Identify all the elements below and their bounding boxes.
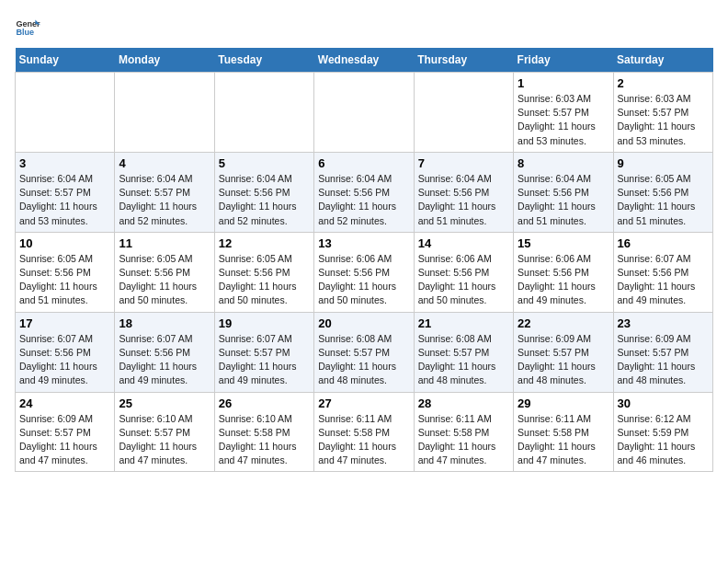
- calendar-cell: 18Sunrise: 6:07 AM Sunset: 5:56 PM Dayli…: [115, 312, 214, 392]
- weekday-header-thursday: Thursday: [414, 48, 513, 73]
- logo-icon: General Blue: [15, 15, 40, 40]
- calendar-week-5: 24Sunrise: 6:09 AM Sunset: 5:57 PM Dayli…: [16, 392, 713, 472]
- day-info: Sunrise: 6:09 AM Sunset: 5:57 PM Dayligh…: [19, 412, 110, 468]
- calendar-week-2: 3Sunrise: 6:04 AM Sunset: 5:57 PM Daylig…: [16, 152, 713, 232]
- day-info: Sunrise: 6:07 AM Sunset: 5:56 PM Dayligh…: [19, 332, 110, 388]
- calendar-cell: 8Sunrise: 6:04 AM Sunset: 5:56 PM Daylig…: [514, 152, 613, 232]
- day-info: Sunrise: 6:04 AM Sunset: 5:56 PM Dayligh…: [518, 172, 609, 228]
- calendar-cell: 25Sunrise: 6:10 AM Sunset: 5:57 PM Dayli…: [115, 392, 214, 472]
- day-info: Sunrise: 6:07 AM Sunset: 5:56 PM Dayligh…: [119, 332, 210, 388]
- calendar-week-3: 10Sunrise: 6:05 AM Sunset: 5:56 PM Dayli…: [16, 232, 713, 312]
- day-info: Sunrise: 6:11 AM Sunset: 5:58 PM Dayligh…: [318, 412, 409, 468]
- calendar-cell: 7Sunrise: 6:04 AM Sunset: 5:56 PM Daylig…: [414, 152, 513, 232]
- calendar-cell: [214, 73, 313, 153]
- day-number: 18: [119, 316, 210, 330]
- day-number: 3: [19, 156, 110, 170]
- day-info: Sunrise: 6:03 AM Sunset: 5:57 PM Dayligh…: [518, 92, 609, 148]
- day-number: 1: [518, 76, 609, 90]
- day-number: 10: [19, 236, 110, 250]
- day-info: Sunrise: 6:03 AM Sunset: 5:57 PM Dayligh…: [618, 92, 709, 148]
- day-info: Sunrise: 6:04 AM Sunset: 5:56 PM Dayligh…: [418, 172, 509, 228]
- weekday-header-saturday: Saturday: [613, 48, 712, 73]
- day-number: 25: [119, 396, 210, 410]
- day-number: 26: [219, 396, 310, 410]
- day-info: Sunrise: 6:04 AM Sunset: 5:56 PM Dayligh…: [318, 172, 409, 228]
- calendar-week-4: 17Sunrise: 6:07 AM Sunset: 5:56 PM Dayli…: [16, 312, 713, 392]
- day-number: 20: [318, 316, 409, 330]
- calendar-cell: 1Sunrise: 6:03 AM Sunset: 5:57 PM Daylig…: [514, 73, 613, 153]
- day-number: 27: [318, 396, 409, 410]
- calendar-cell: 9Sunrise: 6:05 AM Sunset: 5:56 PM Daylig…: [613, 152, 712, 232]
- calendar-table: SundayMondayTuesdayWednesdayThursdayFrid…: [15, 48, 713, 472]
- day-info: Sunrise: 6:07 AM Sunset: 5:56 PM Dayligh…: [618, 252, 709, 308]
- calendar-cell: 2Sunrise: 6:03 AM Sunset: 5:57 PM Daylig…: [613, 73, 712, 153]
- day-info: Sunrise: 6:05 AM Sunset: 5:56 PM Dayligh…: [119, 252, 210, 308]
- day-info: Sunrise: 6:11 AM Sunset: 5:58 PM Dayligh…: [418, 412, 509, 468]
- day-info: Sunrise: 6:06 AM Sunset: 5:56 PM Dayligh…: [418, 252, 509, 308]
- day-number: 6: [318, 156, 409, 170]
- day-number: 14: [418, 236, 509, 250]
- weekday-header-tuesday: Tuesday: [214, 48, 313, 73]
- calendar-cell: 21Sunrise: 6:08 AM Sunset: 5:57 PM Dayli…: [414, 312, 513, 392]
- weekday-header-friday: Friday: [514, 48, 613, 73]
- calendar-cell: 6Sunrise: 6:04 AM Sunset: 5:56 PM Daylig…: [314, 152, 414, 232]
- calendar-cell: 19Sunrise: 6:07 AM Sunset: 5:57 PM Dayli…: [214, 312, 313, 392]
- day-info: Sunrise: 6:06 AM Sunset: 5:56 PM Dayligh…: [318, 252, 409, 308]
- calendar-cell: 5Sunrise: 6:04 AM Sunset: 5:56 PM Daylig…: [214, 152, 313, 232]
- calendar-cell: 26Sunrise: 6:10 AM Sunset: 5:58 PM Dayli…: [214, 392, 313, 472]
- day-number: 19: [219, 316, 310, 330]
- day-info: Sunrise: 6:06 AM Sunset: 5:56 PM Dayligh…: [518, 252, 609, 308]
- day-number: 22: [518, 316, 609, 330]
- day-number: 8: [518, 156, 609, 170]
- calendar-cell: 28Sunrise: 6:11 AM Sunset: 5:58 PM Dayli…: [414, 392, 513, 472]
- day-number: 17: [19, 316, 110, 330]
- calendar-cell: 20Sunrise: 6:08 AM Sunset: 5:57 PM Dayli…: [314, 312, 414, 392]
- calendar-cell: 27Sunrise: 6:11 AM Sunset: 5:58 PM Dayli…: [314, 392, 414, 472]
- calendar-cell: 30Sunrise: 6:12 AM Sunset: 5:59 PM Dayli…: [613, 392, 712, 472]
- day-number: 7: [418, 156, 509, 170]
- day-number: 5: [219, 156, 310, 170]
- calendar-cell: 13Sunrise: 6:06 AM Sunset: 5:56 PM Dayli…: [314, 232, 414, 312]
- day-info: Sunrise: 6:08 AM Sunset: 5:57 PM Dayligh…: [318, 332, 409, 388]
- calendar-cell: 12Sunrise: 6:05 AM Sunset: 5:56 PM Dayli…: [214, 232, 313, 312]
- calendar-cell: 11Sunrise: 6:05 AM Sunset: 5:56 PM Dayli…: [115, 232, 214, 312]
- logo: General Blue: [15, 15, 40, 40]
- day-number: 23: [618, 316, 709, 330]
- day-info: Sunrise: 6:04 AM Sunset: 5:57 PM Dayligh…: [19, 172, 110, 228]
- calendar-cell: 23Sunrise: 6:09 AM Sunset: 5:57 PM Dayli…: [613, 312, 712, 392]
- day-number: 21: [418, 316, 509, 330]
- day-number: 28: [418, 396, 509, 410]
- calendar-week-1: 1Sunrise: 6:03 AM Sunset: 5:57 PM Daylig…: [16, 73, 713, 153]
- day-info: Sunrise: 6:09 AM Sunset: 5:57 PM Dayligh…: [618, 332, 709, 388]
- day-info: Sunrise: 6:10 AM Sunset: 5:57 PM Dayligh…: [119, 412, 210, 468]
- svg-text:Blue: Blue: [16, 28, 34, 37]
- day-number: 13: [318, 236, 409, 250]
- day-number: 16: [618, 236, 709, 250]
- weekday-header-wednesday: Wednesday: [314, 48, 414, 73]
- day-info: Sunrise: 6:04 AM Sunset: 5:56 PM Dayligh…: [219, 172, 310, 228]
- weekday-header-monday: Monday: [115, 48, 214, 73]
- weekday-header-sunday: Sunday: [16, 48, 115, 73]
- calendar-cell: 15Sunrise: 6:06 AM Sunset: 5:56 PM Dayli…: [514, 232, 613, 312]
- calendar-cell: 16Sunrise: 6:07 AM Sunset: 5:56 PM Dayli…: [613, 232, 712, 312]
- day-info: Sunrise: 6:12 AM Sunset: 5:59 PM Dayligh…: [618, 412, 709, 468]
- weekday-header-row: SundayMondayTuesdayWednesdayThursdayFrid…: [16, 48, 713, 73]
- day-info: Sunrise: 6:10 AM Sunset: 5:58 PM Dayligh…: [219, 412, 310, 468]
- day-number: 2: [618, 76, 709, 90]
- day-number: 24: [19, 396, 110, 410]
- day-info: Sunrise: 6:04 AM Sunset: 5:57 PM Dayligh…: [119, 172, 210, 228]
- calendar-cell: 29Sunrise: 6:11 AM Sunset: 5:58 PM Dayli…: [514, 392, 613, 472]
- day-info: Sunrise: 6:05 AM Sunset: 5:56 PM Dayligh…: [19, 252, 110, 308]
- day-info: Sunrise: 6:05 AM Sunset: 5:56 PM Dayligh…: [219, 252, 310, 308]
- day-info: Sunrise: 6:07 AM Sunset: 5:57 PM Dayligh…: [219, 332, 310, 388]
- day-info: Sunrise: 6:09 AM Sunset: 5:57 PM Dayligh…: [518, 332, 609, 388]
- day-info: Sunrise: 6:05 AM Sunset: 5:56 PM Dayligh…: [618, 172, 709, 228]
- calendar-cell: [16, 73, 115, 153]
- day-number: 12: [219, 236, 310, 250]
- calendar-cell: 10Sunrise: 6:05 AM Sunset: 5:56 PM Dayli…: [16, 232, 115, 312]
- day-number: 11: [119, 236, 210, 250]
- calendar-cell: [314, 73, 414, 153]
- calendar-cell: 3Sunrise: 6:04 AM Sunset: 5:57 PM Daylig…: [16, 152, 115, 232]
- day-info: Sunrise: 6:08 AM Sunset: 5:57 PM Dayligh…: [418, 332, 509, 388]
- calendar-cell: [414, 73, 513, 153]
